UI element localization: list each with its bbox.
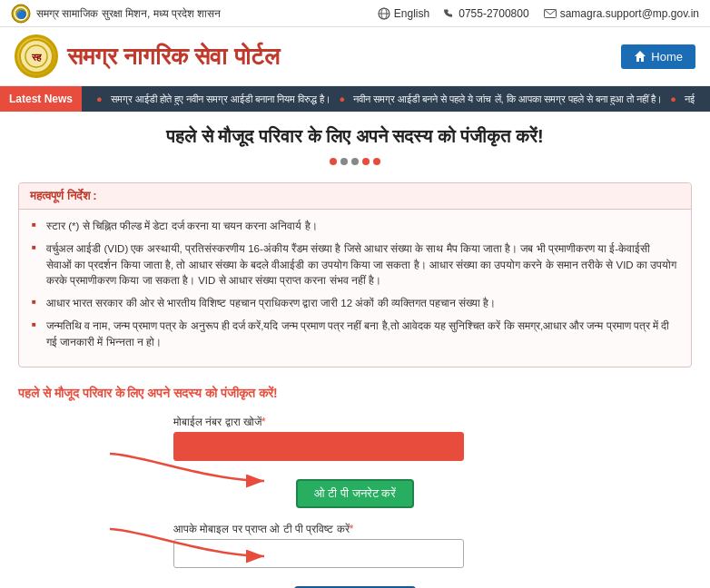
top-bar-links: English 0755-2700800 samagra.support@mp.… xyxy=(378,7,699,20)
otp-input-label: आपके मोबाइल पर प्राप्त ओ टी पी प्रविष्ट … xyxy=(173,523,537,535)
phone-icon xyxy=(444,8,455,19)
portal-logo: स्ह xyxy=(15,34,58,78)
form-inner: मोबाईल नंबर द्वारा खोजें* ओ टी पी जनरेट … xyxy=(83,416,627,588)
form-section-title: पहले से मौजूद परिवार के लिए अपने सदस्य क… xyxy=(18,386,692,401)
portal-title: समग्र नागरिक सेवा पोर्टल xyxy=(67,43,280,71)
header-left: स्ह समग्र नागरिक सेवा पोर्टल xyxy=(15,34,280,78)
phone-info: 0755-2700800 xyxy=(444,7,528,20)
instructions-header: महत्वपूर्ण निर्देश : xyxy=(19,183,691,210)
news-bar: Latest News ● समग्र आईडी होते हुए नवीन स… xyxy=(0,86,710,112)
page-title: पहले से मौजूद परिवार के लिए अपने सदस्य क… xyxy=(18,126,692,147)
svg-text:स्ह: स्ह xyxy=(31,52,42,63)
mobile-form-group: मोबाईल नंबर द्वारा खोजें* xyxy=(173,416,537,461)
email-info: samagra.support@mp.gov.in xyxy=(544,7,699,20)
globe-icon xyxy=(378,7,390,20)
top-bar-org: 🔵 समग्र सामाजिक सुरक्षा मिशन, मध्य प्रदे… xyxy=(11,4,221,24)
otp-generate-button[interactable]: ओ टी पी जनरेट करें xyxy=(296,479,414,508)
instruction-2: वर्चुअल आईडी (VID) एक अस्थायी, प्रतिसंस्… xyxy=(32,241,678,289)
news-label: Latest News xyxy=(0,86,82,112)
org-name-text: समग्र सामाजिक सुरक्षा मिशन, मध्य प्रदेश … xyxy=(36,7,221,20)
form-wrapper: मोबाईल नंबर द्वारा खोजें* ओ टी पी जनरेट … xyxy=(83,416,627,588)
otp-input[interactable] xyxy=(173,539,464,568)
top-bar: 🔵 समग्र सामाजिक सुरक्षा मिशन, मध्य प्रदे… xyxy=(0,0,710,27)
main-content: पहले से मौजूद परिवार के लिए अपने सदस्य क… xyxy=(0,112,710,588)
news-content: ● समग्र आईडी होते हुए नवीन समग्र आईडी बन… xyxy=(82,93,704,105)
instruction-3: आधार भारत सरकार की ओर से भारतीय विशिष्ट … xyxy=(32,296,678,311)
instructions-box: महत्वपूर्ण निर्देश : स्टार (*) से चिह्नि… xyxy=(18,182,692,368)
svg-text:🔵: 🔵 xyxy=(16,9,27,20)
logo-svg: स्ह xyxy=(18,38,54,74)
header: स्ह समग्र नागरिक सेवा पोर्टल Home xyxy=(0,27,710,86)
org-logo-icon: 🔵 xyxy=(11,4,31,24)
title-decoration xyxy=(18,154,692,168)
mobile-label: मोबाईल नंबर द्वारा खोजें* xyxy=(173,416,537,428)
language-selector[interactable]: English xyxy=(378,7,429,20)
home-icon xyxy=(634,50,646,63)
instruction-4: जन्मतिथि व नाम, जन्म प्रमाण पत्र के अनुर… xyxy=(32,318,678,350)
news-item-3: नई xyxy=(685,93,695,104)
otp-form-group: आपके मोबाइल पर प्राप्त ओ टी पी प्रविष्ट … xyxy=(173,523,537,568)
news-item-2: नवीन समग्र आईडी बनने से पहले ये जांच लें… xyxy=(353,93,662,104)
mobile-input[interactable] xyxy=(173,432,464,461)
instruction-1: स्टार (*) से चिह्नित फील्ड में डेटा दर्ज… xyxy=(32,219,678,234)
news-item-1: समग्र आईडी होते हुए नवीन समग्र आईडी बनान… xyxy=(111,93,331,104)
email-icon xyxy=(544,9,557,18)
home-button[interactable]: Home xyxy=(621,44,695,69)
instructions-body: स्टार (*) से चिह्नित फील्ड में डेटा दर्ज… xyxy=(19,210,691,367)
